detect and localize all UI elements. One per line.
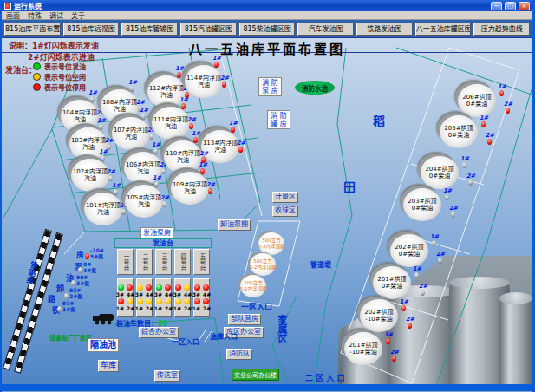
storage-tank[interactable]: 201#拱顶0#柴油1#2# [373, 266, 411, 299]
railway-pump: -10#5#泵 [85, 248, 104, 259]
storage-tank[interactable]: 107#内浮顶汽油1#2# [112, 117, 150, 150]
signal-lamp: 1# [498, 84, 506, 96]
toolbar-button-plan[interactable]: 815油库平面布置图 [4, 23, 61, 36]
view-toolbar: 815油库平面布置图 815油库远视图 815油库管输图 815汽油罐区图 81… [2, 20, 532, 37]
lamp-bulb [114, 189, 118, 195]
tank-label: 110#内浮顶汽油 [164, 140, 202, 173]
loading-bay-lights: 3#4#1#2# [193, 278, 210, 317]
storage-tank[interactable]: 205#拱顶0#柴油1#2# [440, 115, 478, 148]
maximize-button[interactable]: □ [505, 2, 516, 10]
storage-tank[interactable]: 204#拱顶0#柴油1#2# [421, 156, 459, 189]
storage-tank[interactable]: 109#内浮顶汽油1#2# [171, 172, 209, 205]
signal-lamp: 2# [160, 195, 169, 207]
legend-color-dot [33, 62, 41, 70]
loading-bay-label: 二号台 [136, 249, 153, 275]
toolbar-button-diesel-area[interactable]: 815柴油罐区图 [239, 23, 296, 36]
lamp-bulb [154, 181, 159, 187]
railway-pumphouse-char: 卸 [56, 283, 64, 294]
toolbar-button-distant-view[interactable]: 815油库远视图 [63, 23, 120, 36]
lamp-bulb [90, 96, 95, 102]
lamp-bulb [438, 258, 442, 264]
tank-label: 201#拱顶0#柴油 [373, 266, 411, 299]
legend-item-label: 表示号位发油 [44, 62, 86, 71]
app-icon [4, 3, 11, 10]
tank-label: 204#拱顶0#柴油 [421, 156, 459, 189]
toolbar-button-pipeline[interactable]: 815油库管输图 [121, 23, 178, 36]
signal-lamp: 1# [179, 97, 188, 109]
storage-tank[interactable]: 101#内浮顶汽油1#2# [84, 193, 122, 225]
tank-label: 202#拱顶0#柴油 [390, 234, 428, 267]
menu-screen[interactable]: 画面 [6, 10, 20, 20]
bay-position-lamp [127, 298, 133, 304]
pump-status-bulb [57, 306, 62, 312]
bay-position-lamp [137, 284, 143, 291]
fire-pump-house: 消 防 泵 房 [258, 77, 282, 96]
lamp-bulb [141, 114, 146, 120]
loading-bay-lights: 3#4#1#2# [136, 278, 153, 317]
lamp-bulb [222, 82, 226, 88]
lamp-bulb [462, 162, 466, 168]
pump-status-bulb [64, 293, 69, 299]
metering-area: 计量区 [272, 192, 298, 203]
tank-label: 206#拱顶0#柴油 [458, 84, 496, 117]
storage-tank[interactable]: 111#内浮顶汽油1#2# [152, 107, 190, 140]
signal-lamp: 1# [99, 149, 108, 161]
signal-lamp: 2# [419, 284, 427, 296]
loading-bay-lights: 3#4#1#2# [117, 278, 134, 317]
signal-lamp: 2# [504, 101, 512, 114]
legend-item: 表示号位停用 [33, 83, 86, 91]
fire-tank-house: 消 防 罐 房 [267, 110, 290, 129]
menu-special[interactable]: 特殊 [28, 10, 42, 20]
railway-pump: 97#1#泵 [57, 301, 75, 312]
storage-tank[interactable]: 110#内浮顶汽油1#2# [164, 140, 202, 173]
lamp-bulb [392, 356, 396, 362]
tank-label: 109#内浮顶汽油 [171, 172, 209, 205]
tank-label: 201#拱顶-10#柴油 [344, 332, 382, 365]
signal-lamp: 1# [413, 266, 421, 278]
storage-tank[interactable]: 202#拱顶-10#柴油1#2# [360, 299, 398, 332]
lamp-bulb [432, 240, 436, 246]
toolbar-button-truck-dispatch[interactable]: 汽车发油图 [297, 23, 354, 36]
lamp-bulb [401, 305, 406, 311]
toolbar-button-pressure-trend[interactable]: 压力趋势曲线 [473, 23, 530, 36]
railway-pump: 0#4#泵 [78, 262, 96, 273]
zone1-entrance-label: 一区入口 [241, 301, 272, 312]
tank-label: 101#内浮顶汽油 [84, 193, 122, 225]
storage-tank[interactable]: 114#内浮顶汽油1#2# [185, 65, 223, 98]
legend-platform-label: 发油台： [5, 64, 36, 75]
storage-tank[interactable]: 105#内浮顶汽油1#2# [125, 185, 163, 218]
window-title: 运行系统 [14, 1, 488, 10]
menu-about[interactable]: 关于 [71, 10, 85, 20]
bay-position-lamp [194, 284, 200, 291]
tank-label: 111#内浮顶汽油 [152, 107, 190, 140]
lamp-bulb [451, 212, 455, 218]
pipeline-dike-label: 管道堤 [310, 259, 331, 269]
lamp-bulb [499, 90, 504, 96]
bay-position-lamp [184, 298, 190, 304]
lamp-bulb [414, 272, 419, 278]
storage-tank[interactable]: 202#拱顶0#柴油1#2# [390, 234, 428, 267]
storage-tank[interactable]: 203#拱顶0#柴油1#2# [403, 188, 441, 221]
storage-tank[interactable]: 201#拱顶-10#柴油1#2# [344, 332, 382, 365]
menu-debug[interactable]: 调试 [49, 10, 63, 20]
truck-count-line: 装油车数目：20 [116, 318, 167, 328]
factory-area-label: 设备总厂厂房区 [49, 333, 92, 342]
army-barracks: 部队营房 [228, 314, 261, 325]
toolbar-button-tank-area[interactable]: 八一五油库罐区图 [415, 23, 472, 36]
signal-lamp: 1# [384, 332, 393, 344]
header-rule-top [2, 37, 532, 38]
storage-tank[interactable]: 102#内浮顶汽油1#2# [71, 159, 109, 192]
tank-label: 114#内浮顶汽油 [185, 65, 223, 98]
signal-lamp: 2# [187, 117, 196, 129]
storage-tank[interactable]: 206#拱顶0#柴油1#2# [458, 84, 496, 117]
unloading-pump-shed: 卸油泵棚 [218, 219, 251, 231]
lamp-bulb [153, 148, 158, 154]
minimize-button[interactable]: ─ [491, 2, 502, 10]
close-button[interactable]: × [519, 2, 530, 10]
legend-items: 表示号位发油表示号位空闲表示号位停用 [33, 62, 86, 91]
lamp-bulb [108, 175, 113, 181]
lamp-bulb [214, 62, 219, 68]
toolbar-button-rail-dispatch[interactable]: 铁路发油图 [356, 23, 413, 36]
signal-lamp: 1# [460, 156, 469, 168]
toolbar-button-gasoline-area[interactable]: 815汽油罐区图 [180, 23, 237, 36]
